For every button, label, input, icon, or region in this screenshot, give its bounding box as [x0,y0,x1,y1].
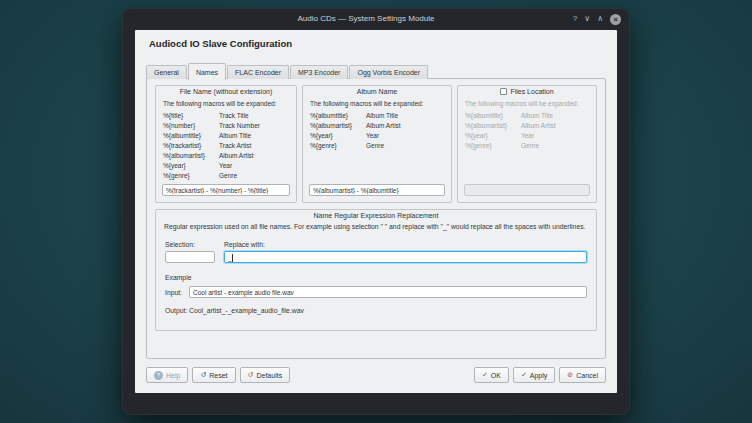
titlebar[interactable]: Audio CDs — System Settings Module ? ∨ ∧… [122,8,630,30]
ok-check-icon: ✓ [482,371,488,379]
file-name-group-title: File Name (without extension) [156,88,296,95]
macro-row: %{trackartist}Track Artist [163,141,293,151]
macro-groups-row: File Name (without extension) The follow… [155,85,597,203]
files-location-header: Files Location [458,88,596,95]
album-name-intro: The following macros will be expanded: [310,100,448,107]
macro-row: %{genre}Genre [465,141,593,151]
regex-group-title: Name Regular Expression Replacement [156,212,596,219]
macro-row: %{albumartist}Album Artist [465,121,593,131]
apply-button[interactable]: ✓ Apply [513,367,555,383]
files-location-checkbox[interactable] [500,88,507,95]
macro-row: %{number}Track Number [163,121,293,131]
file-name-group: File Name (without extension) The follow… [155,85,297,203]
tab-mp3-encoder[interactable]: MP3 Encoder [290,65,348,79]
desktop: Audio CDs — System Settings Module ? ∨ ∧… [0,0,752,423]
album-name-format-input[interactable] [309,184,445,196]
ok-button[interactable]: ✓ OK [474,367,509,383]
album-name-group-title: Album Name [303,88,451,95]
replace-with-label: Replace with: [224,241,265,248]
help-button: ? Help [146,367,188,383]
tab-ogg-vorbis-encoder[interactable]: Ogg Vorbis Encoder [349,65,428,79]
minimize-icon[interactable]: ∨ [584,14,590,24]
selection-label: Selection: [165,241,195,248]
macro-row: %{albumartist}Album Artist [163,151,293,161]
cancel-icon: ⊘ [567,371,573,379]
tab-bar: General Names FLAC Encoder MP3 Encoder O… [146,63,429,79]
macro-row: %{genre}Genre [310,141,448,151]
module-content: Audiocd IO Slave Configuration General N… [135,30,617,393]
selection-input[interactable] [165,251,215,263]
file-name-format-input[interactable] [162,184,290,196]
defaults-icon: ↺ [248,371,254,379]
tab-general[interactable]: General [146,65,187,79]
file-name-macro-list: %{title}Track Title %{number}Track Numbe… [163,111,293,181]
example-input-value: Cool artist - example audio file.wav [189,286,587,298]
macro-row: %{year}Year [465,131,593,141]
tab-flac-encoder[interactable]: FLAC Encoder [227,65,289,79]
macro-row: %{albumtitle}Album Title [465,111,593,121]
titlebar-buttons: ? ∨ ∧ × [573,8,621,30]
macro-row: %{genre}Genre [163,171,293,181]
close-icon[interactable]: × [610,14,621,25]
example-heading: Example [165,274,191,281]
macro-row: %{albumtitle}Album Title [310,111,448,121]
settings-window: Audio CDs — System Settings Module ? ∨ ∧… [122,8,630,415]
maximize-icon[interactable]: ∧ [597,14,603,24]
help-icon: ? [154,371,163,380]
regex-replacement-group: Name Regular Expression Replacement Regu… [155,209,597,331]
file-name-intro: The following macros will be expanded: [163,100,293,107]
reset-button[interactable]: ↺ Reset [192,367,235,383]
tab-names[interactable]: Names [188,63,226,80]
cancel-button[interactable]: ⊘ Cancel [559,367,606,383]
example-output-label: Output: [165,307,187,314]
files-location-label[interactable]: Files Location [510,88,553,95]
files-location-macro-list: %{albumtitle}Album Title %{albumartist}A… [465,111,593,151]
page-title: Audiocd IO Slave Configuration [149,38,292,49]
replace-with-input[interactable]: _ [224,251,587,263]
files-location-format-input [464,184,590,196]
macro-row: %{albumtitle}Album Title [163,131,293,141]
macro-row: %{year}Year [310,131,448,141]
apply-check-icon: ✓ [521,371,527,379]
defaults-button[interactable]: ↺ Defaults [240,367,291,383]
regex-description: Regular expression used on all file name… [164,223,588,230]
text-cursor [232,254,233,262]
files-location-intro: The following macros will be expanded: [465,100,593,107]
macro-row: %{albumartist}Album Artist [310,121,448,131]
window-title: Audio CDs — System Settings Module [162,8,570,30]
macro-row: %{year}Year [163,161,293,171]
album-name-macro-list: %{albumtitle}Album Title %{albumartist}A… [310,111,448,151]
dialog-button-box: ? Help ↺ Reset ↺ Defaults ✓ OK ✓ [146,367,606,383]
names-tab-panel: File Name (without extension) The follow… [146,78,606,359]
album-name-group: Album Name The following macros will be … [302,85,452,203]
example-input-label: Input: [165,289,182,296]
reset-icon: ↺ [200,371,206,379]
files-location-group: Files Location The following macros will… [457,85,597,203]
contextual-help-icon[interactable]: ? [573,14,577,24]
example-output-value: Cool_artist_-_example_audio_file.wav [189,307,304,314]
macro-row: %{title}Track Title [163,111,293,121]
